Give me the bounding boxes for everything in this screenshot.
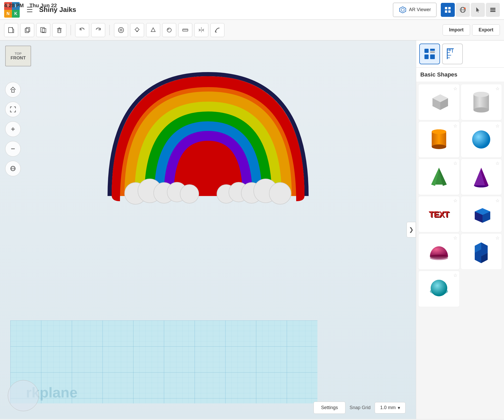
panel-tab-grid[interactable]	[419, 44, 440, 64]
snap-value-selector[interactable]: 1.0 mm ▾	[375, 402, 406, 414]
svg-rect-63	[430, 49, 435, 51]
main-area: TOP FRONT	[0, 40, 504, 419]
shape-text-3d[interactable]: ☆ TEXT	[418, 196, 460, 232]
import-button[interactable]: Import	[443, 24, 470, 36]
svg-marker-33	[151, 28, 155, 32]
date: Thu Jun 22	[30, 3, 57, 8]
svg-rect-3	[448, 7, 451, 9]
align-button[interactable]	[146, 23, 160, 37]
ar-viewer-button[interactable]: AR Viewer	[393, 3, 437, 17]
settings-button[interactable]: Settings	[314, 402, 345, 414]
shape-cylinder-gray-favorite[interactable]: ☆	[495, 86, 500, 92]
shape-sphere-blue-favorite[interactable]: ☆	[495, 123, 500, 129]
svg-point-27	[136, 28, 139, 31]
view-pick-button[interactable]	[471, 3, 485, 17]
shape-cylinder-orange-favorite[interactable]: ☆	[453, 123, 457, 129]
symmetry-button[interactable]	[194, 23, 208, 37]
view-layers-button[interactable]	[486, 3, 500, 17]
grid-panel-icon	[423, 47, 436, 60]
curve-button[interactable]	[210, 23, 224, 37]
shape-hemisphere-pink[interactable]: ☆	[418, 233, 460, 270]
shape-cone-purple[interactable]: ☆	[461, 159, 502, 195]
shape-hex-prism[interactable]: ☆	[461, 233, 502, 270]
view-toggle-buttons	[441, 3, 500, 17]
snap-dropdown-icon: ▾	[398, 405, 400, 411]
toolbar: Import Export	[0, 20, 504, 40]
redo-button[interactable]	[91, 23, 105, 37]
svg-point-84	[432, 129, 446, 134]
undo-icon	[79, 26, 86, 34]
perspective-icon	[9, 165, 17, 172]
symmetry-icon	[198, 26, 205, 34]
hex-prism-icon	[470, 239, 493, 264]
view-cube[interactable]: TOP FRONT	[5, 46, 36, 77]
trash-icon	[56, 26, 63, 34]
zoom-in-button[interactable]	[5, 121, 21, 137]
light-button[interactable]	[130, 23, 144, 37]
svg-rect-36	[183, 29, 188, 31]
panel-tab-ruler[interactable]	[442, 44, 463, 64]
view-cube-box[interactable]: TOP FRONT	[5, 46, 31, 66]
new-icon	[8, 26, 15, 34]
svg-rect-66	[430, 54, 435, 59]
shape-sphere-blue[interactable]: ☆	[461, 121, 502, 158]
export-button[interactable]: Export	[472, 24, 500, 36]
svg-rect-62	[424, 49, 429, 53]
annotation-button[interactable]	[114, 23, 128, 37]
shape-text-3d-favorite[interactable]: ☆	[453, 198, 457, 204]
mirror-button[interactable]	[162, 23, 176, 37]
shape-pyramid-green[interactable]: ☆	[418, 159, 460, 195]
shape-box-favorite[interactable]: ☆	[453, 86, 457, 92]
status-bar: 4:28 PM Thu Jun 22	[4, 3, 57, 9]
svg-rect-2	[445, 7, 447, 9]
rainbow-svg	[102, 61, 314, 206]
perspective-button[interactable]	[5, 161, 21, 176]
cylinder-orange-icon	[427, 127, 451, 152]
shapes-grid: ☆ ☆	[416, 82, 504, 309]
mini-navigator[interactable]	[8, 380, 39, 411]
duplicate-icon	[40, 26, 47, 34]
shape-cone-purple-favorite[interactable]: ☆	[495, 160, 500, 166]
view-orbit-button[interactable]	[456, 3, 470, 17]
new-button[interactable]	[4, 23, 18, 37]
shape-teal[interactable]: ☆	[418, 271, 460, 307]
ruler-button[interactable]	[178, 23, 192, 37]
svg-rect-13	[490, 11, 495, 12]
svg-rect-65	[424, 54, 429, 59]
sphere-blue-icon	[470, 128, 493, 151]
svg-rect-15	[25, 29, 29, 33]
shape-cylinder-orange[interactable]: ☆	[418, 121, 460, 158]
svg-rect-5	[448, 10, 451, 13]
svg-marker-1	[401, 8, 404, 11]
align-icon	[150, 26, 157, 34]
svg-rect-11	[490, 8, 495, 9]
svg-point-83	[432, 144, 446, 149]
shape-pyramid-green-favorite[interactable]: ☆	[453, 160, 457, 166]
view-grid-button[interactable]	[441, 3, 455, 17]
home-button[interactable]	[5, 82, 21, 97]
svg-marker-0	[400, 7, 406, 13]
shape-teal-favorite[interactable]: ☆	[453, 272, 457, 278]
panel-collapse-button[interactable]: ❯	[407, 222, 416, 237]
shape-cylinder-gray[interactable]: ☆	[461, 84, 502, 120]
shape-box-blue[interactable]: ☆	[461, 196, 502, 232]
undo-button[interactable]	[75, 23, 89, 37]
logo-k: K	[12, 10, 20, 18]
layers-icon	[489, 6, 496, 13]
duplicate-button[interactable]	[36, 23, 50, 37]
shape-box[interactable]: ☆	[418, 84, 460, 120]
svg-marker-10	[476, 7, 479, 12]
delete-button[interactable]	[52, 23, 66, 37]
box-shape-icon	[427, 90, 451, 114]
copy-button[interactable]	[20, 23, 34, 37]
fullscreen-button[interactable]	[5, 102, 21, 117]
fullscreen-icon	[9, 106, 17, 113]
viewport[interactable]: TOP FRONT	[0, 40, 416, 419]
zoom-out-icon	[9, 145, 17, 152]
shape-hemisphere-pink-favorite[interactable]: ☆	[453, 235, 457, 241]
svg-point-9	[464, 8, 466, 9]
shape-hex-prism-favorite[interactable]: ☆	[495, 235, 500, 241]
panel-tabs	[416, 40, 504, 68]
zoom-out-button[interactable]	[5, 141, 21, 157]
shape-box-blue-favorite[interactable]: ☆	[495, 198, 500, 204]
